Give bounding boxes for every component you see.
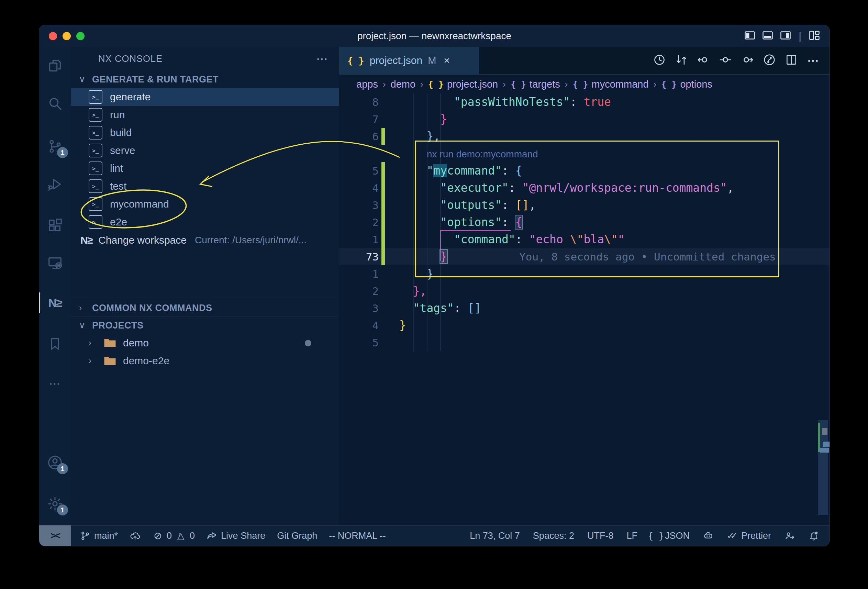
project-label: demo-e2e [123, 355, 170, 367]
next-change-button[interactable] [741, 53, 754, 68]
status-live-share-contacts[interactable] [784, 530, 795, 541]
code-area[interactable]: 8 "passWithNoTests": true7 }6 },nx run d… [339, 93, 830, 526]
codelens-run-command[interactable]: nx run demo:mycommand [427, 149, 538, 159]
warning-icon: △! [175, 530, 186, 541]
section-projects[interactable]: ∨ PROJECTS [71, 316, 339, 334]
git-graph-view-button[interactable] [763, 53, 776, 68]
status-encoding[interactable]: UTF-8 [587, 531, 614, 541]
activity-item-remote-explorer[interactable] [39, 249, 71, 277]
status-eol-sequence[interactable]: LF [626, 531, 638, 541]
activity-item-source-control[interactable]: 1 [39, 133, 71, 160]
previous-change-icon [697, 53, 710, 66]
target-label: generate [110, 91, 151, 103]
line-number: 2 [339, 214, 379, 231]
toggle-primary-sidebar-button[interactable] [744, 29, 756, 43]
code-line[interactable]: 5 [339, 334, 830, 351]
more-actions-button[interactable]: ⋯ [807, 54, 820, 67]
sidebar-item-run[interactable]: >_run [71, 106, 339, 124]
traffic-light-zoom[interactable] [76, 32, 84, 40]
status-remote-indicator[interactable]: >< [39, 526, 71, 546]
sidebar-more-actions-icon[interactable]: ⋯ [316, 52, 329, 66]
code-line[interactable]: 8 "passWithNoTests": true [339, 93, 830, 111]
status-formatter[interactable]: ✓✓Prettier [727, 530, 771, 541]
code-line[interactable]: 3 "outputs": [], [339, 196, 830, 214]
breadcrumb-item-targets[interactable]: { }targets [511, 79, 560, 90]
gutter-added-indicator [381, 196, 385, 214]
activity-item-search[interactable] [39, 90, 71, 117]
traffic-light-minimize[interactable] [62, 32, 71, 40]
activity-item-extensions[interactable] [39, 212, 71, 239]
status-git-branch[interactable]: main* [80, 530, 118, 541]
code-line[interactable]: 4 "executor": "@nrwl/workspace:run-comma… [339, 179, 830, 196]
breadcrumb-item-demo[interactable]: demo [391, 79, 416, 90]
sidebar-item-generate[interactable]: >_generate [71, 88, 339, 106]
project-item-demo[interactable]: ›demo [71, 334, 339, 352]
breadcrumb-item-apps[interactable]: apps [356, 79, 378, 90]
section-common-nx-commands[interactable]: › COMMON NX COMMANDS [71, 299, 339, 316]
sidebar-item-mycommand[interactable]: >_mycommand [71, 195, 339, 213]
compare-button[interactable] [719, 53, 732, 68]
activity-item-nx-console[interactable]: N≥ [39, 289, 71, 316]
timeline-button[interactable] [653, 53, 666, 68]
code-line[interactable]: 5 "mycommand": { [339, 162, 830, 179]
close-tab-icon[interactable]: × [444, 55, 450, 66]
code-line[interactable]: 4} [339, 317, 830, 334]
line-content: nx run demo:mycommand [399, 145, 538, 162]
chevron-down-icon: ∨ [79, 75, 87, 84]
breadcrumb-item-mycommand[interactable]: { }mycommand [573, 79, 648, 90]
activity-item-settings[interactable]: 1 [39, 490, 71, 518]
open-changes-button[interactable] [675, 53, 688, 68]
split-editor-button[interactable] [785, 53, 798, 68]
code-line[interactable]: 3 "tags": [] [339, 300, 830, 317]
chevron-right-icon: › [89, 338, 97, 348]
code-line[interactable]: 2 "options": { [339, 214, 830, 231]
activity-item-bookmarks[interactable] [39, 330, 71, 358]
line-number: 1 [339, 265, 379, 282]
status-publish-changes[interactable] [130, 530, 140, 541]
breadcrumb-item-project.json[interactable]: { }project.json [428, 79, 498, 90]
customize-layout-button[interactable] [808, 29, 821, 43]
code-line[interactable]: 1 } [339, 265, 830, 282]
status-problems[interactable]: ⊘0△!0 [152, 530, 195, 541]
status-language-mode[interactable]: { }JSON [651, 530, 690, 541]
toggle-panel-button[interactable] [762, 29, 774, 43]
status-copilot[interactable] [703, 530, 714, 541]
sidebar-item-lint[interactable]: >_lint [71, 159, 339, 177]
status-cursor-position[interactable]: Ln 73, Col 7 [470, 531, 520, 541]
activity-item-additional-views[interactable]: ⋯ [39, 370, 71, 397]
layout-bottom-icon [762, 29, 774, 41]
sidebar-item-test[interactable]: >_test [71, 177, 339, 195]
title-bar: project.json — newnxreactwrkspace | [39, 25, 830, 47]
status-notifications[interactable] [808, 530, 819, 541]
code-line[interactable]: 7 } [339, 111, 830, 128]
toggle-secondary-sidebar-button[interactable] [779, 29, 792, 43]
breadcrumb-label: mycommand [592, 79, 649, 90]
change-workspace-item[interactable]: N≥ Change workspace Current: /Users/juri… [71, 231, 339, 249]
compare-icon [719, 53, 732, 66]
tab-project-json[interactable]: { } project.json M × [339, 47, 480, 74]
traffic-light-close[interactable] [49, 32, 57, 40]
codelens-row[interactable]: nx run demo:mycommand [339, 145, 830, 162]
status-vim-mode[interactable]: -- NORMAL -- [329, 531, 385, 541]
status-indentation[interactable]: Spaces: 2 [533, 531, 574, 541]
code-line[interactable]: 2 }, [339, 282, 830, 300]
status-label: Git Graph [277, 531, 317, 541]
gutter [381, 300, 385, 317]
activity-item-explorer[interactable] [39, 52, 71, 80]
previous-change-button[interactable] [697, 53, 710, 68]
status-label: main* [94, 531, 118, 541]
activity-item-run-and-debug[interactable] [39, 170, 71, 198]
code-line[interactable]: 1 "command": "echo \"bla\"" [339, 231, 830, 248]
code-line[interactable]: 6 }, [339, 128, 830, 145]
sidebar-item-e2e[interactable]: >_e2e [71, 213, 339, 231]
status-git-graph[interactable]: Git Graph [277, 531, 317, 541]
files-icon [47, 58, 63, 74]
status-live-share[interactable]: Live Share [207, 530, 265, 541]
project-item-demo-e2e[interactable]: ›demo-e2e [71, 352, 339, 370]
sidebar-item-serve[interactable]: >_serve [71, 142, 339, 159]
activity-item-accounts[interactable]: 1 [39, 449, 71, 476]
sidebar-item-build[interactable]: >_build [71, 124, 339, 142]
breadcrumb-item-options[interactable]: { }options [661, 79, 712, 90]
section-generate-run-target[interactable]: ∨ GENERATE & RUN TARGET [71, 71, 339, 88]
code-line[interactable]: 73 }You, 8 seconds ago • Uncommitted cha… [339, 248, 830, 265]
